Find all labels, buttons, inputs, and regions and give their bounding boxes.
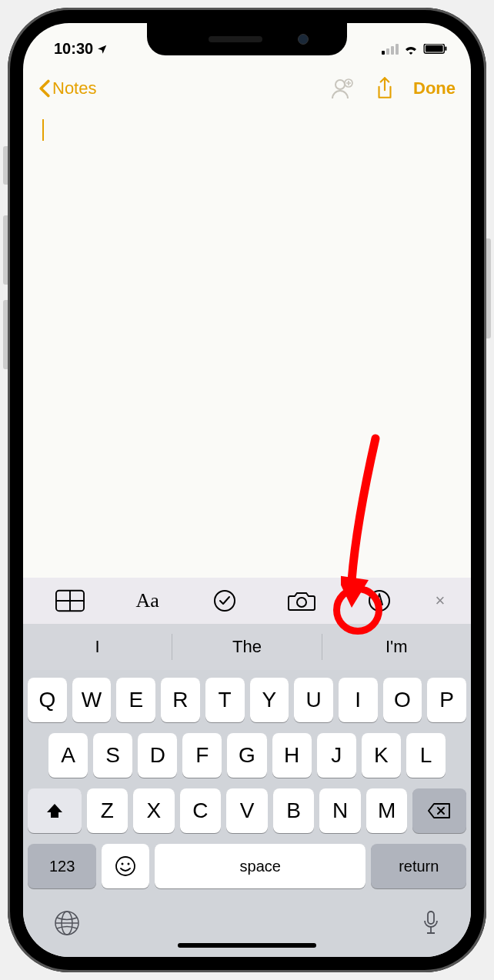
key-r[interactable]: R <box>161 678 200 722</box>
done-button[interactable]: Done <box>413 78 456 98</box>
chevron-left-icon <box>38 79 51 98</box>
key-space[interactable]: space <box>155 844 366 888</box>
key-e[interactable]: E <box>116 678 155 722</box>
keyboard: Q W E R T Y U I O P A S D F G <box>23 670 471 899</box>
keyboard-bottom-bar <box>23 899 471 957</box>
key-emoji[interactable] <box>102 844 149 888</box>
wifi-icon <box>403 44 419 55</box>
svg-point-12 <box>116 857 135 875</box>
key-m[interactable]: M <box>366 788 408 833</box>
location-arrow-icon <box>97 44 108 55</box>
battery-icon <box>423 44 448 55</box>
key-d[interactable]: D <box>138 733 177 778</box>
back-label: Notes <box>52 78 96 98</box>
svg-rect-1 <box>426 45 443 52</box>
checklist-button[interactable] <box>189 589 260 612</box>
notch <box>147 23 347 55</box>
key-o[interactable]: O <box>383 678 422 722</box>
camera-button[interactable] <box>266 589 337 612</box>
svg-point-14 <box>128 863 130 865</box>
screen: 10:30 Notes <box>23 23 471 957</box>
signal-icon <box>382 44 399 55</box>
close-toolbar-button[interactable]: × <box>421 591 459 611</box>
key-f[interactable]: F <box>182 733 222 778</box>
prediction-1[interactable]: I <box>23 637 172 657</box>
status-time: 10:30 <box>54 40 93 58</box>
predictions-bar: I The I'm <box>23 624 471 670</box>
keyboard-row1: Q W E R T Y U I O P <box>28 678 466 722</box>
prediction-2[interactable]: The <box>172 637 321 657</box>
key-delete[interactable] <box>412 788 466 833</box>
key-b[interactable]: B <box>273 788 315 833</box>
share-icon <box>375 76 395 101</box>
keyboard-row4: 123 space return <box>28 844 466 888</box>
format-toolbar: Aa × <box>23 578 471 624</box>
key-a[interactable]: A <box>48 733 88 778</box>
globe-icon <box>54 910 80 936</box>
emoji-icon <box>115 855 136 877</box>
svg-point-9 <box>297 598 306 607</box>
camera-icon <box>288 589 315 612</box>
share-button[interactable] <box>370 74 399 103</box>
key-return[interactable]: return <box>371 844 466 888</box>
key-shift[interactable] <box>28 788 82 833</box>
svg-point-8 <box>215 591 235 611</box>
key-s[interactable]: S <box>93 733 132 778</box>
text-format-button[interactable]: Aa <box>112 589 182 612</box>
keyboard-row3: Z X C V B N M <box>28 788 466 833</box>
key-j[interactable]: J <box>317 733 356 778</box>
key-q[interactable]: Q <box>28 678 67 722</box>
keyboard-container: Aa × I The <box>23 578 471 957</box>
svg-point-13 <box>122 863 124 865</box>
markup-button[interactable] <box>344 589 415 612</box>
key-numbers[interactable]: 123 <box>28 844 96 888</box>
svg-point-3 <box>335 80 345 89</box>
key-n[interactable]: N <box>319 788 361 833</box>
table-icon <box>55 589 85 612</box>
table-button[interactable] <box>35 589 105 612</box>
key-k[interactable]: K <box>362 733 401 778</box>
globe-button[interactable] <box>54 910 80 939</box>
mic-icon <box>422 910 440 936</box>
key-z[interactable]: Z <box>87 788 129 833</box>
person-add-icon <box>329 77 354 100</box>
svg-rect-18 <box>428 912 434 924</box>
text-cursor <box>42 119 44 141</box>
check-circle-icon <box>213 589 236 612</box>
keyboard-row2: A S D F G H J K L <box>28 733 466 778</box>
key-p[interactable]: P <box>427 678 466 722</box>
key-u[interactable]: U <box>294 678 333 722</box>
key-c[interactable]: C <box>180 788 222 833</box>
close-icon: × <box>436 591 446 610</box>
backspace-icon <box>428 802 451 819</box>
key-i[interactable]: I <box>339 678 378 722</box>
key-v[interactable]: V <box>226 788 268 833</box>
svg-rect-2 <box>445 46 446 50</box>
key-h[interactable]: H <box>272 733 312 778</box>
note-editor[interactable] <box>23 112 471 578</box>
back-button[interactable]: Notes <box>38 78 96 98</box>
key-w[interactable]: W <box>72 678 112 722</box>
shift-icon <box>45 802 64 820</box>
text-format-icon: Aa <box>135 589 159 612</box>
key-l[interactable]: L <box>406 733 446 778</box>
key-g[interactable]: G <box>227 733 266 778</box>
home-indicator[interactable] <box>178 943 316 948</box>
pen-circle-icon <box>368 589 391 612</box>
dictation-button[interactable] <box>422 910 440 939</box>
key-t[interactable]: T <box>205 678 245 722</box>
prediction-3[interactable]: I'm <box>322 637 471 657</box>
key-y[interactable]: Y <box>250 678 289 722</box>
collaborate-button[interactable] <box>327 74 356 103</box>
nav-bar: Notes Done <box>23 65 471 112</box>
key-x[interactable]: X <box>133 788 175 833</box>
phone-frame: 10:30 Notes <box>8 8 486 972</box>
